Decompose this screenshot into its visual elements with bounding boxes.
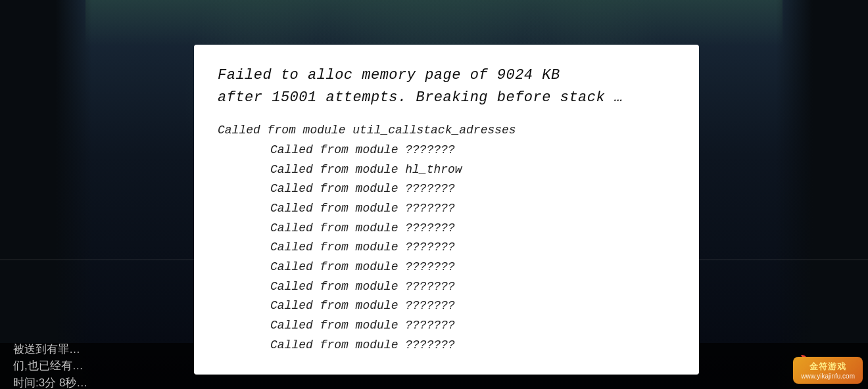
scene-top — [85, 0, 783, 46]
watermark: 金符游戏 www.yikajinfu.com — [793, 357, 863, 384]
error-header: Failed to alloc memory page of 9024 KB a… — [218, 64, 675, 109]
stack-line-4: Called from module ??????? — [218, 199, 675, 219]
stack-line-2: Called from module hl_throw — [218, 160, 675, 180]
watermark-url: www.yikajinfu.com — [801, 373, 855, 380]
error-dialog: Failed to alloc memory page of 9024 KB a… — [194, 45, 699, 375]
game-background: 被送到有罪… 来的人 们,也已经有… 时间:3分 8秒… 载入中 Failed … — [0, 0, 868, 389]
watermark-brand: 金符游戏 — [809, 361, 846, 373]
watermark-suffix: 游戏 — [828, 361, 846, 371]
stack-line-1: Called from module ??????? — [218, 141, 675, 160]
stack-line-10: Called from module ??????? — [218, 316, 675, 336]
stack-line-5: Called from module ??????? — [218, 219, 675, 239]
stack-line-3: Called from module ??????? — [218, 179, 675, 199]
watermark-highlight: 金符 — [809, 361, 828, 371]
stack-line-7: Called from module ??????? — [218, 258, 675, 277]
stack-line-6: Called from module ??????? — [218, 238, 675, 258]
tree-left-silhouette — [0, 0, 92, 389]
error-stack: Called from module util_callstack_adress… — [218, 121, 675, 355]
stack-line-11: Called from module ??????? — [218, 336, 675, 355]
stack-line-8: Called from module ??????? — [218, 277, 675, 297]
bottom-text-line3: 时间:3分 8秒… — [13, 375, 792, 389]
error-header-line2: after 15001 attempts. Breaking before st… — [218, 87, 675, 109]
error-header-line1: Failed to alloc memory page of 9024 KB — [218, 64, 675, 87]
tree-right-silhouette — [776, 0, 868, 389]
stack-line-9: Called from module ??????? — [218, 296, 675, 316]
stack-line-0: Called from module util_callstack_adress… — [218, 121, 675, 141]
